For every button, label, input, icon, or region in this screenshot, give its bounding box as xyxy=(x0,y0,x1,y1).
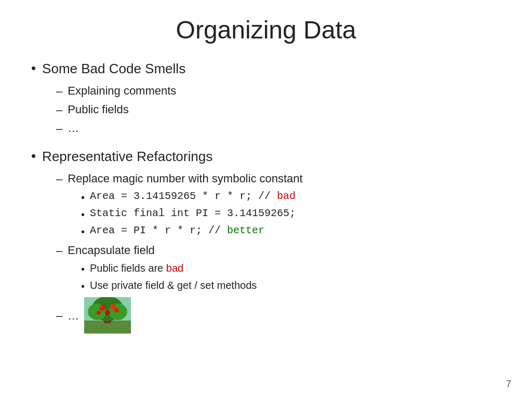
encap-bullet-2: • xyxy=(81,278,85,294)
svg-point-6 xyxy=(99,304,105,311)
apple-image xyxy=(84,297,131,334)
subsection2: – Encapsulate field • Public fields are … xyxy=(31,242,501,294)
ellipsis-row: – … xyxy=(56,297,501,334)
dash-icon-1: – xyxy=(56,83,62,100)
svg-point-10 xyxy=(114,308,119,313)
section1-item1: – Explaining comments xyxy=(56,82,501,100)
svg-point-8 xyxy=(105,310,110,315)
dash-icon-2: – xyxy=(56,101,62,118)
slide-content: • Some Bad Code Smells – Explaining comm… xyxy=(31,59,501,334)
section1-item2: – Public fields xyxy=(56,101,501,118)
slide-title: Organizing Data xyxy=(31,16,501,44)
section1-bullet-dot: • xyxy=(31,60,36,77)
section1-item2-text: Public fields xyxy=(68,101,128,118)
dash-icon-4: – xyxy=(56,170,62,188)
code-line-3-text: Area = PI * r * r; // better xyxy=(90,223,264,238)
section1-item3: – … xyxy=(56,119,501,137)
section1: • Some Bad Code Smells – Explaining comm… xyxy=(31,59,501,137)
encap-item-1-text: Public fields are bad xyxy=(90,260,183,276)
section1-heading-row: • Some Bad Code Smells xyxy=(31,59,501,79)
subsection1-heading: – Replace magic number with symbolic con… xyxy=(56,170,501,188)
code-bullet-3: • xyxy=(81,224,85,240)
apple-svg xyxy=(84,297,131,334)
code-line-3: • Area = PI * r * r; // better xyxy=(81,223,501,240)
section2: • Representative Refactorings – Replace … xyxy=(31,147,501,334)
section1-heading: Some Bad Code Smells xyxy=(42,59,185,79)
encap-item-2: • Use private field & get / set methods xyxy=(81,277,501,294)
section2-heading-row: • Representative Refactorings xyxy=(31,147,501,167)
subsection1-label: Replace magic number with symbolic const… xyxy=(68,170,302,187)
svg-point-11 xyxy=(100,305,102,308)
encap-bullet-1: • xyxy=(81,261,85,277)
subsection2-heading: – Encapsulate field xyxy=(56,242,501,259)
code-line-2: • Static final int PI = 3.14159265; xyxy=(81,206,501,222)
svg-point-7 xyxy=(110,304,115,309)
section1-item1-text: Explaining comments xyxy=(68,82,176,99)
section1-item3-text: … xyxy=(68,119,79,137)
encap-item-2-text: Use private field & get / set methods xyxy=(90,277,257,293)
subsection2-label: Encapsulate field xyxy=(68,242,155,259)
bad-label-2: bad xyxy=(166,262,183,274)
encap-item-1: • Public fields are bad xyxy=(81,260,501,277)
code-line-2-text: Static final int PI = 3.14159265; xyxy=(90,206,296,221)
slide: Organizing Data • Some Bad Code Smells –… xyxy=(0,0,532,399)
dash-icon-3: – xyxy=(56,120,62,137)
code-bullet-2: • xyxy=(81,207,85,222)
page-number: 7 xyxy=(506,379,511,390)
code-line-1: • Area = 3.14159265 * r * r; // bad xyxy=(81,189,501,205)
svg-point-12 xyxy=(111,305,113,307)
subsection1: – Replace magic number with symbolic con… xyxy=(31,170,501,240)
section2-heading: Representative Refactorings xyxy=(42,147,212,167)
code-bullet-1: • xyxy=(81,190,85,205)
ellipsis-text: … xyxy=(68,307,79,324)
better-label: better xyxy=(227,224,264,236)
svg-point-9 xyxy=(97,311,101,315)
dash-icon-5: – xyxy=(56,242,62,259)
dash-icon-6: – xyxy=(56,307,62,324)
code-line-1-text: Area = 3.14159265 * r * r; // bad xyxy=(90,189,296,204)
section2-bullet-dot: • xyxy=(31,148,36,165)
bad-label-1: bad xyxy=(277,190,296,202)
